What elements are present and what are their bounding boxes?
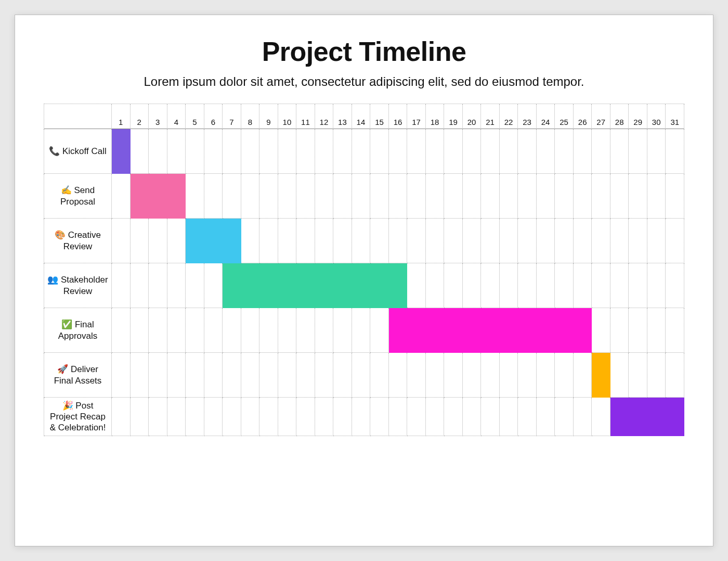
gantt-cell xyxy=(370,398,389,436)
gantt-day-header: 13 xyxy=(333,104,352,129)
gantt-cell xyxy=(444,219,463,263)
gantt-row-cells xyxy=(112,398,684,436)
gantt-cell xyxy=(315,174,334,219)
gantt-cell xyxy=(149,263,167,308)
gantt-row-label: 🎨 Creative Review xyxy=(44,219,112,263)
gantt-day-header: 1 xyxy=(112,104,131,129)
gantt-cell xyxy=(647,219,666,263)
gantt-bar xyxy=(610,398,684,436)
gantt-cell xyxy=(259,129,278,174)
gantt-cell xyxy=(223,398,241,436)
gantt-cell xyxy=(333,308,352,353)
gantt-cell xyxy=(555,353,574,398)
gantt-cell xyxy=(112,308,131,353)
gantt-cell xyxy=(389,398,408,436)
gantt-cell xyxy=(426,398,445,436)
gantt-row: ✍️ Send Proposal xyxy=(44,174,684,219)
gantt-cell xyxy=(592,129,610,174)
gantt-cell xyxy=(500,219,518,263)
gantt-row-label: 👥 Stakeholder Review xyxy=(44,263,112,308)
gantt-cell xyxy=(481,129,500,174)
gantt-cell xyxy=(315,219,334,263)
gantt-cell xyxy=(629,308,647,353)
gantt-cell xyxy=(518,129,537,174)
gantt-cell xyxy=(629,353,647,398)
gantt-row: 📞 Kickoff Call xyxy=(44,129,684,174)
gantt-day-header: 12 xyxy=(315,104,334,129)
gantt-cell xyxy=(647,308,666,353)
gantt-cell xyxy=(389,129,408,174)
gantt-cell xyxy=(629,129,647,174)
gantt-cell xyxy=(259,174,278,219)
gantt-day-header: 19 xyxy=(444,104,463,129)
gantt-cell xyxy=(167,353,186,398)
gantt-cell xyxy=(610,308,629,353)
gantt-row: 👥 Stakeholder Review xyxy=(44,263,684,308)
gantt-cell xyxy=(555,398,574,436)
gantt-cell xyxy=(204,174,223,219)
gantt-cell xyxy=(463,398,482,436)
gantt-cell xyxy=(610,353,629,398)
gantt-cell xyxy=(204,398,223,436)
gantt-cell xyxy=(500,174,518,219)
gantt-day-header: 27 xyxy=(592,104,610,129)
gantt-row-label: 🎉 Post Project Recap & Celebration! xyxy=(44,398,112,436)
gantt-cell xyxy=(389,174,408,219)
gantt-day-header: 3 xyxy=(149,104,167,129)
gantt-day-header: 16 xyxy=(389,104,408,129)
gantt-day-header: 14 xyxy=(352,104,371,129)
gantt-day-header: 31 xyxy=(666,104,684,129)
gantt-cell xyxy=(426,129,445,174)
gantt-cell xyxy=(204,308,223,353)
gantt-cell xyxy=(296,308,315,353)
gantt-cell xyxy=(278,398,297,436)
gantt-cell xyxy=(647,129,666,174)
gantt-day-header: 8 xyxy=(241,104,260,129)
gantt-cell xyxy=(186,308,204,353)
gantt-cell xyxy=(500,353,518,398)
gantt-row-cells xyxy=(112,174,684,219)
gantt-cell xyxy=(518,219,537,263)
gantt-cell xyxy=(592,219,610,263)
gantt-cell xyxy=(444,398,463,436)
gantt-day-header: 26 xyxy=(574,104,592,129)
gantt-cell xyxy=(518,263,537,308)
gantt-cell xyxy=(241,308,260,353)
gantt-row-cells xyxy=(112,308,684,353)
gantt-cell xyxy=(352,353,371,398)
gantt-cell xyxy=(666,263,684,308)
gantt-cell xyxy=(407,353,426,398)
gantt-cell xyxy=(426,353,445,398)
gantt-cell xyxy=(666,174,684,219)
gantt-cell xyxy=(333,129,352,174)
gantt-cell xyxy=(149,219,167,263)
gantt-day-header: 5 xyxy=(186,104,204,129)
gantt-cell xyxy=(259,308,278,353)
gantt-cell xyxy=(666,308,684,353)
gantt-cell xyxy=(370,129,389,174)
gantt-cell xyxy=(241,129,260,174)
gantt-day-header: 11 xyxy=(296,104,315,129)
gantt-cell xyxy=(241,353,260,398)
gantt-cell xyxy=(555,263,574,308)
gantt-cell xyxy=(259,219,278,263)
page-title: Project Timeline xyxy=(44,36,684,67)
gantt-row: ✅ Final Approvals xyxy=(44,308,684,353)
gantt-cell xyxy=(112,398,131,436)
gantt-cell xyxy=(131,353,149,398)
gantt-cell xyxy=(537,353,555,398)
gantt-cell xyxy=(223,174,241,219)
gantt-header-blank xyxy=(44,104,112,129)
gantt-cell xyxy=(315,353,334,398)
gantt-cell xyxy=(352,219,371,263)
gantt-cell xyxy=(444,353,463,398)
gantt-day-header: 2 xyxy=(131,104,149,129)
gantt-cell xyxy=(537,219,555,263)
gantt-day-header: 9 xyxy=(259,104,278,129)
gantt-chart: 1234567891011121314151617181920212223242… xyxy=(44,104,684,436)
gantt-bar xyxy=(131,174,186,219)
gantt-cell xyxy=(296,174,315,219)
gantt-cell xyxy=(259,353,278,398)
gantt-cell xyxy=(352,174,371,219)
gantt-cell xyxy=(333,353,352,398)
